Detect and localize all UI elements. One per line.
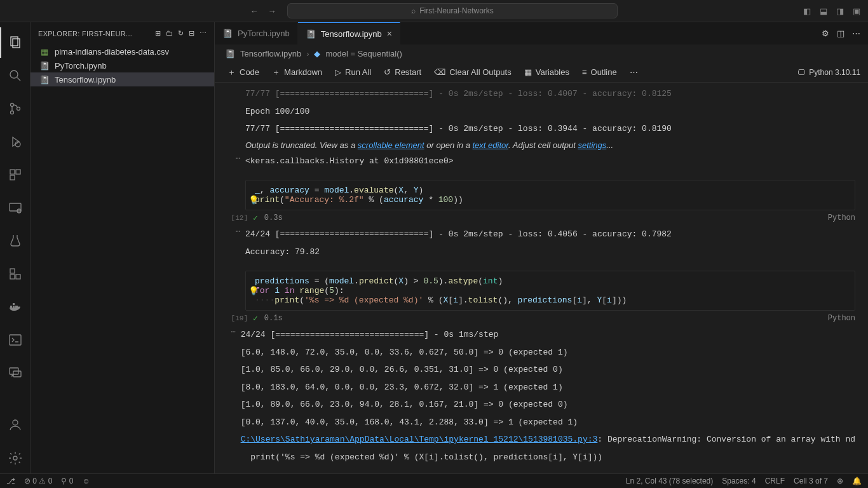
toolbar-more-icon[interactable]: ⋯ (625, 65, 643, 79)
notebook-toolbar: ＋Code ＋Markdown ▷Run All ↺Restart ⌫Clear… (215, 62, 868, 83)
scrollable-link[interactable]: scrollable element (358, 140, 424, 150)
file-tensorflow[interactable]: 📓 Tensorflow.ipynb (31, 72, 214, 86)
output-warning: C:\Users\Sathiyaraman\AppData\Local\Temp… (241, 431, 855, 449)
output-line: print('%s => %d (expected %d)' % (X[i].t… (241, 449, 855, 466)
tab-label: Tensorflow.ipynb (321, 29, 382, 39)
new-file-icon[interactable]: ⊞ (155, 29, 161, 37)
truncation-notice: Output is truncated. View as a scrollabl… (215, 138, 868, 152)
outline-button[interactable]: ≡Outline (577, 65, 622, 79)
breadcrumb[interactable]: 📓 Tensorflow.ipynb › ◆ model = Sequentia… (215, 44, 868, 62)
outline-icon: ≡ (582, 67, 587, 77)
add-markdown-button[interactable]: ＋Markdown (267, 65, 327, 80)
lightbulb-icon[interactable]: 💡 (248, 195, 259, 205)
activity-comments-icon[interactable] (0, 358, 31, 388)
activity-scm-icon[interactable] (0, 93, 31, 124)
lightbulb-icon[interactable]: 💡 (248, 286, 259, 296)
status-eol[interactable]: CRLF (765, 477, 785, 485)
new-folder-icon[interactable]: 🗀 (166, 29, 173, 37)
svg-rect-0 (11, 37, 18, 46)
more-icon[interactable]: ⋯ (200, 29, 207, 37)
file-csv[interactable]: ▦ pima-indians-diabetes-data.csv (31, 44, 214, 58)
notebook-settings-icon[interactable]: ⚙ (822, 29, 829, 38)
text-editor-link[interactable]: text editor (472, 140, 508, 150)
status-remote[interactable]: ⎇ (6, 477, 15, 485)
warning-link[interactable]: C:\Users\Sathiyaraman\AppData\Local\Temp… (241, 435, 598, 444)
activity-search-icon[interactable] (0, 60, 31, 91)
notebook-icon: 📓 (39, 75, 50, 85)
tab-tensorflow[interactable]: 📓 Tensorflow.ipynb × (298, 22, 400, 44)
svg-rect-18 (13, 306, 15, 308)
activity-account-icon[interactable] (0, 410, 31, 440)
activity-references-icon[interactable] (0, 259, 31, 289)
layout-panel-right-icon[interactable]: ◨ (834, 6, 846, 16)
tab-more-icon[interactable]: ⋯ (852, 29, 860, 38)
layout-panel-bottom-icon[interactable]: ⬓ (817, 6, 830, 16)
activity-extensions-icon[interactable] (0, 159, 31, 190)
add-code-button[interactable]: ＋Code (222, 65, 264, 80)
cell-more-icon[interactable]: ⋯ (215, 226, 245, 236)
layout-panel-left-icon[interactable]: ◧ (801, 6, 813, 16)
search-icon: ⌕ (411, 6, 416, 15)
cell-more-icon[interactable]: ⋯ (215, 152, 245, 163)
clear-outputs-button[interactable]: ⌫Clear All Outputs (429, 65, 517, 79)
svg-rect-14 (10, 269, 15, 273)
activity-bar (0, 22, 31, 473)
command-center[interactable]: ⌕ First-Neural-Networks (287, 3, 618, 18)
nav-forward-icon[interactable]: → (264, 3, 280, 18)
kernel-selector[interactable]: Python 3.10.11 (809, 68, 860, 77)
svg-rect-21 (10, 335, 21, 345)
status-cursor[interactable]: Ln 2, Col 43 (78 selected) (626, 477, 713, 485)
activity-terminal-icon[interactable] (0, 325, 31, 355)
activity-explorer-icon[interactable] (0, 27, 31, 58)
check-icon: ✓ (253, 213, 258, 223)
explorer-sidebar: EXPLORER: FIRST-NEUR... ⊞ 🗀 ↻ ⊟ ⋯ ▦ pima… (31, 22, 215, 473)
layout-customize-icon[interactable]: ▣ (850, 6, 863, 16)
svg-rect-10 (16, 170, 20, 174)
close-icon[interactable]: × (387, 29, 392, 39)
restart-button[interactable]: ↺Restart (379, 65, 426, 79)
run-all-icon: ▷ (335, 67, 341, 77)
cell-language[interactable]: Python (828, 314, 855, 323)
settings-link[interactable]: settings (578, 140, 606, 150)
clear-icon: ⌫ (434, 67, 445, 77)
variables-icon: ▦ (524, 67, 532, 77)
svg-point-5 (10, 111, 13, 114)
activity-debug-icon[interactable] (0, 126, 31, 157)
execution-time: 0.1s (264, 314, 283, 323)
refresh-icon[interactable]: ↻ (178, 29, 184, 37)
code-cell-12[interactable]: _, accuracy = model.evaluate(X, Y) 💡prin… (245, 180, 855, 210)
status-cell[interactable]: Cell 3 of 7 (794, 477, 828, 485)
file-label: PyTorch.ipynb (55, 61, 107, 71)
status-trusted-icon[interactable]: ⊕ (837, 477, 843, 485)
activity-settings-icon[interactable] (0, 443, 31, 473)
status-bar: ⎇ ⊘ 0 ⚠ 0 ⚲ 0 ☺ Ln 2, Col 43 (78 selecte… (0, 473, 868, 488)
cell-language[interactable]: Python (828, 214, 855, 222)
svg-rect-16 (16, 274, 20, 279)
file-label: Tensorflow.ipynb (55, 75, 116, 85)
output-line: [1.0, 85.0, 66.0, 29.0, 0.0, 26.6, 0.351… (241, 361, 855, 379)
activity-docker-icon[interactable] (0, 292, 31, 322)
toggle-diff-icon[interactable]: ◫ (837, 29, 844, 38)
restart-icon: ↺ (384, 67, 391, 77)
nav-back-icon[interactable]: ← (247, 3, 262, 18)
plus-icon: ＋ (272, 67, 280, 78)
notebook-body[interactable]: 77/77 [==============================] -… (215, 83, 868, 473)
file-pytorch[interactable]: 📓 PyTorch.ipynb (31, 58, 214, 72)
run-all-button[interactable]: ▷Run All (330, 65, 376, 79)
status-problems[interactable]: ⊘ 0 ⚠ 0 (24, 477, 52, 485)
plus-icon: ＋ (227, 67, 236, 78)
breadcrumb-file: Tensorflow.ipynb (240, 49, 301, 58)
activity-testing-icon[interactable] (0, 226, 31, 256)
svg-rect-1 (13, 39, 20, 48)
tab-pytorch[interactable]: 📓 PyTorch.ipynb (215, 22, 298, 44)
cell-more-icon[interactable]: ⋯ (215, 326, 241, 337)
code-cell-19[interactable]: predictions = (model.predict(X) > 0.5).a… (245, 271, 855, 311)
collapse-icon[interactable]: ⊟ (189, 29, 194, 37)
status-ports[interactable]: ⚲ 0 (61, 477, 73, 485)
status-indent[interactable]: Spaces: 4 (722, 477, 756, 485)
status-bell-icon[interactable]: 🔔 (852, 477, 862, 485)
activity-remote-icon[interactable] (0, 193, 31, 223)
variables-button[interactable]: ▦Variables (519, 65, 574, 79)
status-feedback-icon[interactable]: ☺ (82, 477, 90, 485)
csv-icon: ▦ (39, 47, 50, 57)
